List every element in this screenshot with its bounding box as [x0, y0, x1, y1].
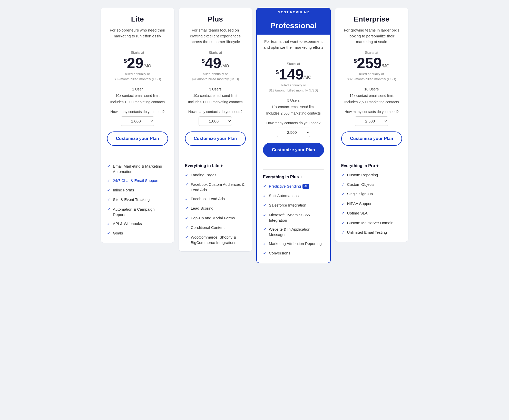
feature-item-lite-6: ✓Goals — [107, 230, 168, 236]
check-icon-lite-4: ✓ — [107, 207, 110, 212]
feature-item-enterprise-1: ✓Custom Objects — [341, 182, 402, 188]
feature-item-professional-4: ✓Website & In Application Messages — [263, 227, 324, 237]
feature-text-plus-6: WooCommerce, Shopify & BigCommerce Integ… — [191, 234, 246, 245]
feature-item-enterprise-5: ✓Custom Mailserver Domain — [341, 220, 402, 226]
feature-link-lite-1[interactable]: 24/7 Chat & Email Support — [113, 178, 159, 183]
feature-item-lite-3: ✓Site & Event Tracking — [107, 197, 168, 203]
feature-text-professional-2: Salesforce Integration — [269, 202, 306, 208]
contacts-label-lite: How many contacts do you need? — [107, 110, 168, 114]
features-list-plus: ✓Landing Pages ✓Facebook Custom Audience… — [185, 172, 246, 245]
feature-item-professional-5: ✓Marketing Attribution Reporting — [263, 241, 324, 247]
contacts-select-wrap-professional: 2,500 — [263, 128, 324, 137]
plan-details-enterprise: 10 Users 15x contact email send limit In… — [341, 86, 402, 106]
feature-item-enterprise-0: ✓Custom Reporting — [341, 172, 402, 178]
feature-text-enterprise-1: Custom Objects — [347, 182, 375, 187]
check-icon-enterprise-2: ✓ — [341, 191, 345, 197]
feature-text-professional-4: Website & In Application Messages — [269, 227, 324, 237]
plan-details-professional: 5 Users 12x contact email send limit Inc… — [263, 97, 324, 117]
check-icon-plus-2: ✓ — [185, 196, 188, 202]
feature-item-enterprise-2: ✓Single Sign-On — [341, 191, 402, 197]
feature-item-plus-6: ✓WooCommerce, Shopify & BigCommerce Inte… — [185, 234, 246, 245]
feature-text-professional-1: Split Automations — [269, 193, 299, 198]
cta-button-professional[interactable]: Customize your Plan — [263, 143, 324, 157]
plan-description-lite: For solopreneurs who need their marketin… — [107, 27, 168, 46]
feature-text-professional-3: Microsoft Dynamics 365 Integration — [269, 212, 324, 223]
contacts-select-plus[interactable]: 1,000 — [199, 116, 232, 126]
plan-card-inner-lite: LiteFor solopreneurs who need their mark… — [101, 8, 174, 243]
feature-item-enterprise-4: ✓Uptime SLA — [341, 210, 402, 216]
feature-text-enterprise-4: Uptime SLA — [347, 210, 368, 216]
price-period-professional: /MO — [304, 75, 311, 80]
check-icon-professional-0: ✓ — [263, 184, 266, 189]
price-period-enterprise: /MO — [382, 64, 389, 68]
feature-item-professional-1: ✓Split Automations — [263, 193, 324, 199]
feature-text-plus-0: Landing Pages — [191, 172, 217, 178]
contacts-select-wrap-enterprise: 2,500 — [341, 116, 402, 126]
contacts-select-professional[interactable]: 2,500 — [277, 128, 310, 137]
feature-link-professional-0[interactable]: Predictive Sending — [269, 184, 301, 188]
feature-item-plus-0: ✓Landing Pages — [185, 172, 246, 178]
feature-text-professional-0: Predictive SendingAI — [269, 183, 309, 189]
price-amount-lite: 29 — [127, 56, 144, 70]
check-icon-plus-5: ✓ — [185, 225, 188, 231]
check-icon-professional-2: ✓ — [263, 203, 266, 208]
feature-text-plus-5: Conditional Content — [191, 225, 225, 230]
check-icon-lite-2: ✓ — [107, 188, 110, 193]
feature-item-enterprise-3: ✓HIPAA Support — [341, 201, 402, 207]
feature-item-plus-5: ✓Conditional Content — [185, 225, 246, 231]
plan-description-enterprise: For growing teams in larger orgs looking… — [341, 27, 402, 46]
check-icon-enterprise-0: ✓ — [341, 172, 345, 178]
plan-name-lite: Lite — [107, 15, 168, 23]
contacts-select-wrap-plus: 1,000 — [185, 116, 246, 126]
feature-text-professional-5: Marketing Attribution Reporting — [269, 241, 322, 246]
check-icon-professional-6: ✓ — [263, 251, 266, 256]
feature-item-professional-0: ✓Predictive SendingAI — [263, 183, 324, 189]
price-billed-professional: billed annually or$187/month billed mont… — [263, 83, 324, 93]
feature-text-plus-3: Lead Scoring — [191, 206, 213, 211]
price-row-lite: $ 29 /MO — [107, 56, 168, 70]
plan-card-inner-professional: ProfessionalFor teams that want to exper… — [257, 17, 330, 263]
check-icon-professional-1: ✓ — [263, 193, 266, 199]
check-icon-enterprise-5: ✓ — [341, 220, 345, 226]
feature-text-enterprise-2: Single Sign-On — [347, 191, 373, 197]
plan-details-plus: 3 Users 10x contact email send limit Inc… — [185, 86, 246, 106]
feature-item-plus-4: ✓Pop-Up and Modal Forms — [185, 215, 246, 221]
plan-card-lite: LiteFor solopreneurs who need their mark… — [101, 8, 174, 243]
check-icon-lite-6: ✓ — [107, 231, 110, 236]
feature-text-enterprise-0: Custom Reporting — [347, 172, 378, 178]
contacts-label-plus: How many contacts do you need? — [185, 110, 246, 114]
divider-plus — [185, 158, 246, 158]
includes-label-professional: Everything in Plus + — [263, 175, 324, 179]
price-period-lite: /MO — [143, 64, 151, 68]
feature-text-plus-2: Facebook Lead Ads — [191, 196, 225, 201]
check-icon-lite-3: ✓ — [107, 197, 110, 203]
feature-text-lite-0: Email Marketing & Marketing Automation — [113, 163, 168, 174]
check-icon-lite-1: ✓ — [107, 178, 110, 184]
check-icon-enterprise-3: ✓ — [341, 201, 345, 207]
contacts-select-enterprise[interactable]: 2,500 — [355, 116, 388, 126]
contacts-select-lite[interactable]: 1,000 — [121, 116, 154, 126]
features-list-professional: ✓Predictive SendingAI ✓Split Automations… — [263, 183, 324, 257]
plan-card-inner-plus: PlusFor small teams focused on crafting … — [179, 8, 252, 251]
feature-item-lite-4: ✓Automation & Campaign Reports — [107, 207, 168, 217]
starts-at-plus: Starts at — [185, 50, 246, 55]
cta-button-enterprise[interactable]: Customize your Plan — [341, 131, 402, 146]
price-billed-enterprise: billed annually or$323/month billed mont… — [341, 71, 402, 81]
price-amount-enterprise: 259 — [357, 56, 382, 70]
feature-item-professional-2: ✓Salesforce Integration — [263, 202, 324, 208]
price-dollar-plus: $ — [202, 58, 205, 64]
cta-button-plus[interactable]: Customize your Plan — [185, 131, 246, 146]
feature-item-lite-0: ✓Email Marketing & Marketing Automation — [107, 163, 168, 174]
price-row-plus: $ 49 /MO — [185, 56, 246, 70]
check-icon-plus-4: ✓ — [185, 216, 188, 221]
feature-item-plus-3: ✓Lead Scoring — [185, 206, 246, 211]
plan-description-professional: For teams that want to experiment and op… — [263, 39, 324, 57]
feature-item-professional-6: ✓Conversions — [263, 250, 324, 256]
features-list-enterprise: ✓Custom Reporting ✓Custom Objects ✓Singl… — [341, 172, 402, 236]
feature-text-professional-6: Conversions — [269, 250, 290, 256]
plan-description-plus: For small teams focused on crafting exce… — [185, 27, 246, 46]
price-row-enterprise: $ 259 /MO — [341, 56, 402, 70]
feature-item-plus-1: ✓Facebook Custom Audiences & Lead Ads — [185, 182, 246, 192]
cta-button-lite[interactable]: Customize your Plan — [107, 131, 168, 146]
check-icon-enterprise-4: ✓ — [341, 211, 345, 216]
